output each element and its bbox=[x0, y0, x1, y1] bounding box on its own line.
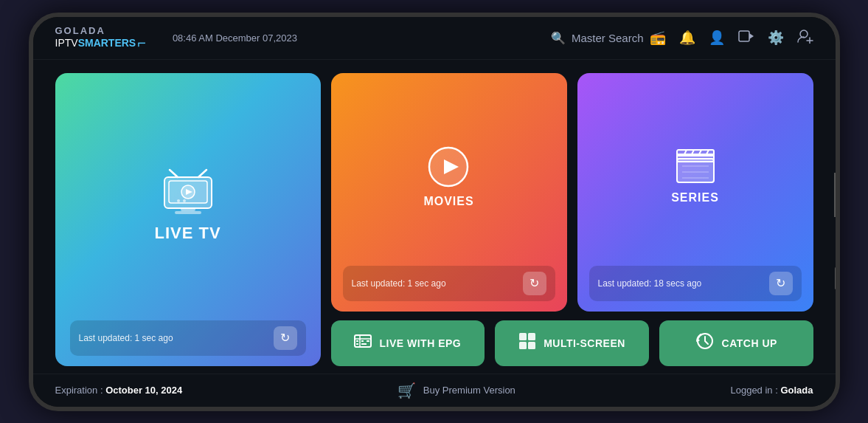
buy-premium-section[interactable]: 🛒 Buy Premium Version bbox=[397, 382, 515, 399]
catch-up-icon bbox=[695, 332, 715, 354]
logo-smarters-text: SMARTERS bbox=[78, 38, 136, 48]
header-center: 🔍 Master Search 📻 🔔 👤 ⚙️ bbox=[551, 29, 813, 47]
svg-rect-37 bbox=[519, 342, 527, 349]
svg-rect-38 bbox=[528, 342, 535, 349]
cart-icon: 🛒 bbox=[397, 382, 416, 399]
right-column: MOVIES Last updated: 1 sec ago ↻ bbox=[331, 73, 813, 366]
multi-screen-tile[interactable]: MULTI-SCREEN bbox=[495, 320, 649, 366]
series-refresh-btn[interactable]: ↻ bbox=[769, 272, 793, 295]
movies-refresh-btn[interactable]: ↻ bbox=[523, 272, 546, 295]
series-clapper-icon bbox=[673, 148, 718, 185]
series-label: SERIES bbox=[671, 191, 719, 204]
user-icon[interactable]: 👤 bbox=[709, 30, 725, 46]
svg-rect-32 bbox=[367, 340, 369, 342]
search-label: Master Search bbox=[572, 32, 644, 44]
top-row: MOVIES Last updated: 1 sec ago ↻ bbox=[331, 73, 813, 312]
movies-label: MOVIES bbox=[423, 195, 473, 208]
record-icon[interactable] bbox=[738, 30, 754, 47]
bell-icon[interactable]: 🔔 bbox=[679, 30, 695, 46]
catch-up-tile[interactable]: CATCH UP bbox=[659, 320, 813, 366]
svg-rect-11 bbox=[181, 208, 195, 211]
logo-bracket: ⌐ bbox=[137, 35, 146, 50]
scroll-indicator bbox=[835, 267, 837, 289]
movies-play-icon bbox=[426, 145, 471, 189]
logo-section: GOLADA IPTV SMARTERS ⌐ bbox=[55, 26, 146, 50]
series-footer: Last updated: 18 secs ago ↻ bbox=[589, 266, 802, 301]
multi-screen-label: MULTI-SCREEN bbox=[544, 337, 625, 349]
search-icon: 🔍 bbox=[551, 31, 566, 45]
live-tv-updated: Last updated: 1 sec ago bbox=[79, 333, 173, 343]
svg-rect-31 bbox=[361, 340, 364, 342]
expiration-text: Expiration : October 10, 2024 bbox=[55, 385, 183, 396]
svg-rect-0 bbox=[739, 31, 749, 41]
radio-icon[interactable]: 📻 bbox=[650, 30, 666, 46]
live-tv-footer: Last updated: 1 sec ago ↻ bbox=[70, 320, 306, 356]
svg-rect-35 bbox=[519, 333, 527, 340]
svg-point-14 bbox=[183, 199, 186, 202]
svg-point-13 bbox=[177, 199, 180, 202]
header-icons: 📻 🔔 👤 ⚙️ bbox=[650, 29, 813, 47]
profile-add-icon[interactable] bbox=[797, 29, 813, 47]
svg-rect-30 bbox=[356, 340, 358, 342]
live-tv-refresh-btn[interactable]: ↻ bbox=[274, 326, 297, 350]
datetime-display: 08:46 AM December 07,2023 bbox=[173, 32, 297, 44]
expiration-value: October 10, 2024 bbox=[105, 385, 182, 396]
movies-tile[interactable]: MOVIES Last updated: 1 sec ago ↻ bbox=[331, 73, 567, 312]
live-tv-icon-area: LIVE TV bbox=[154, 91, 221, 320]
movies-icon-area: MOVIES bbox=[423, 88, 473, 266]
buy-premium-label: Buy Premium Version bbox=[423, 385, 515, 396]
settings-icon[interactable]: ⚙️ bbox=[768, 30, 784, 46]
series-icon-area: SERIES bbox=[671, 88, 719, 266]
live-epg-tile[interactable]: LIVE WITH EPG bbox=[331, 320, 485, 366]
main-content: LIVE TV Last updated: 1 sec ago ↻ bbox=[33, 60, 836, 374]
search-bar[interactable]: 🔍 Master Search bbox=[551, 31, 644, 45]
series-tile[interactable]: SERIES Last updated: 18 secs ago ↻ bbox=[577, 73, 813, 312]
expiration-label: Expiration : bbox=[55, 385, 106, 396]
multi-screen-icon bbox=[518, 332, 536, 354]
bottom-row: LIVE WITH EPG MULTI bbox=[331, 320, 813, 366]
logged-in-text: Logged in : Golada bbox=[730, 385, 813, 396]
live-tv-icon bbox=[159, 168, 218, 216]
footer: Expiration : October 10, 2024 🛒 Buy Prem… bbox=[33, 374, 836, 407]
svg-rect-12 bbox=[175, 211, 201, 214]
live-tv-tile[interactable]: LIVE TV Last updated: 1 sec ago ↻ bbox=[55, 73, 321, 366]
catch-up-label: CATCH UP bbox=[722, 337, 777, 349]
live-epg-icon bbox=[354, 333, 372, 354]
movies-footer: Last updated: 1 sec ago ↻ bbox=[343, 266, 555, 301]
series-updated: Last updated: 18 secs ago bbox=[598, 278, 702, 289]
svg-rect-34 bbox=[361, 343, 367, 345]
live-epg-label: LIVE WITH EPG bbox=[379, 337, 461, 349]
svg-rect-36 bbox=[528, 333, 535, 340]
live-tv-label: LIVE TV bbox=[154, 224, 221, 243]
logged-in-label: Logged in : bbox=[730, 385, 780, 396]
logo-iptv-text: IPTV bbox=[55, 38, 78, 48]
svg-rect-33 bbox=[356, 343, 358, 345]
screen: GOLADA IPTV SMARTERS ⌐ 08:46 AM December… bbox=[33, 17, 836, 407]
device-frame: GOLADA IPTV SMARTERS ⌐ 08:46 AM December… bbox=[29, 13, 840, 411]
tiles-row: LIVE TV Last updated: 1 sec ago ↻ bbox=[55, 73, 813, 366]
logo-golada: GOLADA bbox=[55, 26, 146, 35]
svg-marker-1 bbox=[749, 33, 754, 39]
logged-in-user: Golada bbox=[780, 385, 813, 396]
svg-line-6 bbox=[198, 170, 206, 177]
logo-iptv-row: IPTV SMARTERS ⌐ bbox=[55, 35, 146, 50]
svg-line-5 bbox=[170, 170, 178, 177]
header: GOLADA IPTV SMARTERS ⌐ 08:46 AM December… bbox=[33, 17, 836, 60]
movies-updated: Last updated: 1 sec ago bbox=[352, 278, 446, 289]
